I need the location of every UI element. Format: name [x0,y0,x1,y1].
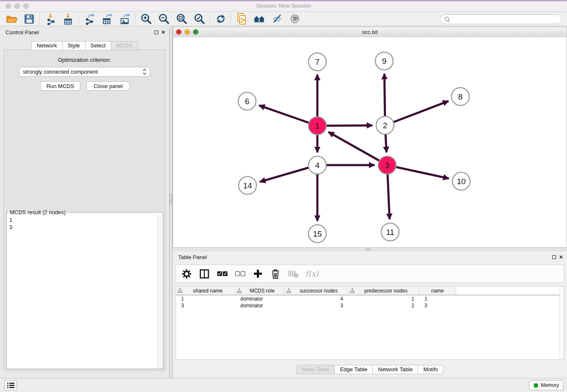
window-close-button[interactable] [6,3,11,9]
status-bar: Memory [0,378,567,392]
hide-selected-button[interactable] [268,13,286,25]
zoom-selected-icon [194,13,205,25]
edge-3-1[interactable] [328,132,387,165]
table-panel-tabs: Node TableEdge TableNetwork TableMotifs [173,365,567,374]
edge-2-8[interactable] [385,101,449,125]
tab-network[interactable]: Network [31,41,63,50]
refresh-layout-button[interactable] [212,13,229,25]
export-image-button[interactable] [116,13,134,25]
splitter-grip[interactable] [366,248,371,251]
criterion-select[interactable]: strongly connected component [19,67,150,77]
window-minimize-button[interactable] [14,3,20,9]
mcds-result-list[interactable]: 13 [7,215,158,369]
column-header-mcds-role[interactable]: MCDS role [235,287,285,295]
table-cell[interactable]: 4 [285,296,348,302]
save-session-button[interactable] [20,13,38,25]
select-all-button[interactable] [217,268,228,279]
titlebar: Session: New Session [0,0,567,12]
splitter-grip[interactable] [170,193,172,204]
tab-node-table[interactable]: Node Table [296,365,335,374]
close-panel-button[interactable]: Close panel [86,81,130,91]
node-table: shared nameMCDS rolesuccessor nodesprede… [176,286,564,360]
zoom-selected-button[interactable] [190,13,208,25]
network-canvas[interactable]: 1234678910111415 [173,37,567,247]
column-header-name[interactable]: name [419,287,456,295]
search-box[interactable] [440,14,562,24]
close-panel-icon[interactable]: × [162,30,165,35]
zoom-in-button[interactable] [137,13,155,25]
table-cell[interactable]: 3 [285,303,348,309]
result-scrollbar[interactable] [157,215,163,369]
node-label-6: 6 [245,97,250,106]
hierarchy-icon [350,288,355,293]
mcds-result-title: MCDS result (2 nodes) [8,209,67,215]
zoom-fit-icon [176,13,187,25]
hierarchy-icon [237,288,242,293]
tab-select[interactable]: Select [85,41,111,50]
import-network-icon [44,13,56,25]
tab-edge-table[interactable]: Edge Table [335,365,373,374]
delete-column-button[interactable] [270,268,281,279]
zoom-fit-button[interactable] [173,13,190,25]
zoom-out-button[interactable] [155,13,173,25]
first-neighbors-button[interactable] [250,13,268,25]
mcds-result-box: MCDS result (2 nodes) 13 [6,209,163,369]
table-cell[interactable]: 1 [419,296,456,302]
table-cell[interactable]: 1 [348,296,419,302]
toolbar-separator [231,13,231,25]
table-cell[interactable]: 3 [419,303,456,309]
network-window-titlebar: × − + scc.txt [173,27,567,38]
network-close-button[interactable]: × [176,29,182,35]
network-zoom-button[interactable]: + [193,29,198,35]
network-minimize-button[interactable]: − [184,29,190,35]
tab-network-table[interactable]: Network Table [373,365,418,374]
column-header-predecessor-nodes[interactable]: predecessor nodes [348,287,419,295]
table-cell[interactable]: 2 [348,303,419,309]
horizontal-splitter[interactable] [173,248,567,251]
gear-icon [181,268,192,279]
vertical-splitter[interactable] [169,27,173,378]
tab-motifs[interactable]: Motifs [418,365,443,374]
table-row[interactable]: 3dominator323 [176,302,564,309]
open-session-button[interactable] [3,13,20,25]
network-graph[interactable]: 1234678910111415 [173,37,567,247]
node-label-14: 14 [243,181,252,190]
tab-mcds[interactable]: MCDS [111,41,138,50]
memory-label: Memory [541,382,559,388]
export-network-button[interactable] [80,13,98,25]
export-table-button[interactable] [98,13,116,25]
search-input[interactable] [452,15,561,24]
checked-boxes-icon [217,271,228,276]
column-header-shared-name[interactable]: shared name [176,287,235,295]
table-cell[interactable]: dominator [235,296,285,302]
float-panel-icon[interactable] [552,255,556,259]
table-settings-button[interactable] [181,268,192,279]
deselect-all-button[interactable] [234,268,245,279]
node-label-7: 7 [315,58,320,66]
control-panel-title: Control Panel [6,29,39,36]
plus-icon [253,269,263,279]
mcds-panel: Optimization criterion: strongly connect… [3,50,165,371]
tab-style[interactable]: Style [63,41,85,50]
import-network-button[interactable] [41,13,59,25]
column-header-successor-nodes[interactable]: successor nodes [285,287,348,295]
memory-button[interactable]: Memory [529,380,564,390]
table-scrollbar[interactable] [559,287,564,359]
show-all-button[interactable] [286,13,304,25]
table-cell[interactable]: 1 [176,296,235,302]
close-panel-icon[interactable]: × [559,255,563,259]
table-cell[interactable]: 3 [176,303,235,309]
float-panel-icon[interactable] [154,30,158,34]
table-panel-title: Table Panel [178,254,207,260]
window-zoom-button[interactable] [23,3,29,9]
show-panel-list-button[interactable] [4,380,17,390]
clone-network-button[interactable] [233,13,250,25]
table-row[interactable]: 1dominator411 [176,295,564,302]
toolbar-separator [78,13,79,25]
import-table-button[interactable] [59,13,77,25]
table-cell[interactable]: dominator [235,303,285,309]
edge-3-10[interactable] [387,165,449,179]
run-mcds-button[interactable]: Run MCDS [40,81,80,91]
show-column-button[interactable] [199,268,210,279]
create-column-button[interactable] [252,268,263,279]
